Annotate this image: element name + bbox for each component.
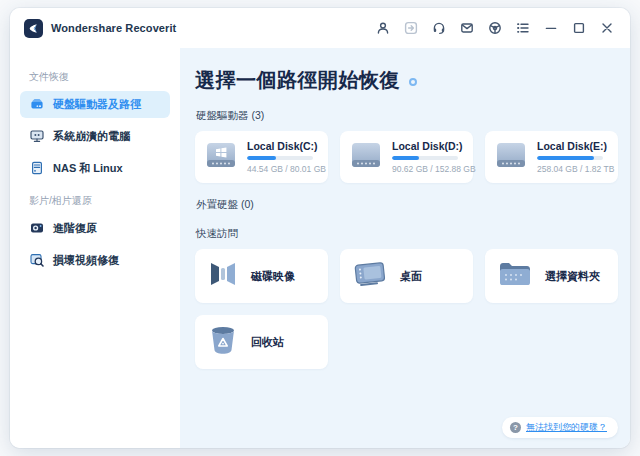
sidebar-item-crashed-computer[interactable]: 系統崩潰的電腦: [20, 123, 170, 150]
quick-access-row-2: 回收站: [195, 315, 630, 369]
desktop-icon: [352, 257, 388, 295]
disk-image-icon: [207, 257, 239, 295]
external-drives-section-label: 外置硬盤 (0): [196, 198, 630, 212]
sidebar-section-video-photo-recovery: 影片/相片還原: [10, 194, 180, 210]
question-mark-icon: ?: [510, 422, 521, 433]
drive-name: Local Disk(C:): [247, 140, 318, 152]
drive-capacity: 258.04 GB / 1.82 TB: [537, 164, 608, 174]
recoverit-logo-icon: [24, 19, 43, 38]
hard-drive-windows-icon: [204, 140, 238, 174]
close-icon[interactable]: [599, 21, 614, 36]
hard-drive-icon: [494, 140, 528, 174]
video-repair-magnifier-icon: [29, 252, 45, 270]
quick-card-desktop[interactable]: 桌面: [340, 249, 473, 303]
sidebar-item-label: NAS 和 Linux: [53, 161, 123, 176]
sidebar: 文件恢復 硬盤驅動器及路徑 系統崩潰的電腦 NAS 和 Linux 影片/相片還…: [10, 48, 180, 448]
drive-name: Local Disk(D:): [392, 140, 463, 152]
quick-card-label: 選擇資料夾: [545, 269, 600, 284]
titlebar: Wondershare Recoverit: [10, 8, 630, 48]
sidebar-item-label: 系統崩潰的電腦: [53, 129, 130, 144]
quick-card-label: 回收站: [251, 335, 284, 350]
drive-name: Local Disk(E:): [537, 140, 608, 152]
account-icon[interactable]: [375, 21, 390, 36]
drives-section-label: 硬盤驅動器 (3): [196, 109, 630, 123]
sidebar-item-enhanced-recovery[interactable]: 進階復原: [20, 215, 170, 242]
drive-cards-row: Local Disk(C:) 44.54 GB / 80.01 GB Local…: [195, 131, 630, 183]
main-content: 選擇一個路徑開始恢復 硬盤驅動器 (3) Local Disk(C:): [180, 48, 630, 448]
folder-icon: [497, 258, 533, 294]
sidebar-item-label: 損壞視頻修復: [53, 253, 119, 268]
maximize-icon[interactable]: [571, 21, 586, 36]
drive-card-d[interactable]: Local Disk(D:) 90.62 GB / 152.88 GB: [340, 131, 473, 183]
drive-capacity: 90.62 GB / 152.88 GB: [392, 164, 463, 174]
drive-capacity: 44.54 GB / 80.01 GB: [247, 164, 318, 174]
computer-icon: [29, 128, 45, 146]
nas-server-icon: [29, 160, 45, 178]
quick-card-recycle-bin[interactable]: 回收站: [195, 315, 328, 369]
hard-drive-icon: [349, 140, 383, 174]
drive-usage-bar: [392, 156, 458, 160]
sidebar-item-label: 硬盤驅動器及路徑: [53, 97, 141, 112]
quick-card-select-folder[interactable]: 選擇資料夾: [485, 249, 618, 303]
quick-access-row: 磁碟映像 桌面: [195, 249, 630, 303]
quick-card-disk-image[interactable]: 磁碟映像: [195, 249, 328, 303]
titlebar-icons: [375, 21, 614, 36]
quick-card-label: 磁碟映像: [251, 269, 295, 284]
footer-link-text: 無法找到您的硬碟？: [526, 421, 607, 434]
sidebar-item-nas-linux[interactable]: NAS 和 Linux: [20, 155, 170, 182]
drive-usage-bar: [247, 156, 313, 160]
menu-list-icon[interactable]: [515, 21, 530, 36]
help-icon[interactable]: [487, 21, 502, 36]
page-title: 選擇一個路徑開始恢復: [195, 67, 400, 94]
feedback-mail-icon[interactable]: [459, 21, 474, 36]
quick-access-section-label: 快速訪問: [196, 227, 630, 241]
drive-card-e[interactable]: Local Disk(E:) 258.04 GB / 1.82 TB: [485, 131, 618, 183]
minimize-icon[interactable]: [543, 21, 558, 36]
drive-icon: [29, 96, 45, 114]
quick-card-label: 桌面: [400, 269, 422, 284]
sidebar-item-label: 進階復原: [53, 221, 97, 236]
sidebar-item-hard-drives-and-locations[interactable]: 硬盤驅動器及路徑: [20, 91, 170, 118]
app-title: Wondershare Recoverit: [51, 22, 176, 34]
sidebar-section-file-recovery: 文件恢復: [10, 70, 180, 86]
app-center-icon[interactable]: [403, 21, 418, 36]
drive-usage-bar: [537, 156, 603, 160]
title-status-dot-icon: [409, 78, 417, 86]
support-headset-icon[interactable]: [431, 21, 446, 36]
app-window: Wondershare Recoverit: [10, 8, 630, 448]
drive-card-c[interactable]: Local Disk(C:) 44.54 GB / 80.01 GB: [195, 131, 328, 183]
camera-icon: [29, 220, 45, 238]
sidebar-item-corrupted-video-repair[interactable]: 損壞視頻修復: [20, 247, 170, 274]
cant-find-drive-link[interactable]: ? 無法找到您的硬碟？: [502, 417, 618, 438]
recycle-bin-icon: [207, 323, 239, 361]
